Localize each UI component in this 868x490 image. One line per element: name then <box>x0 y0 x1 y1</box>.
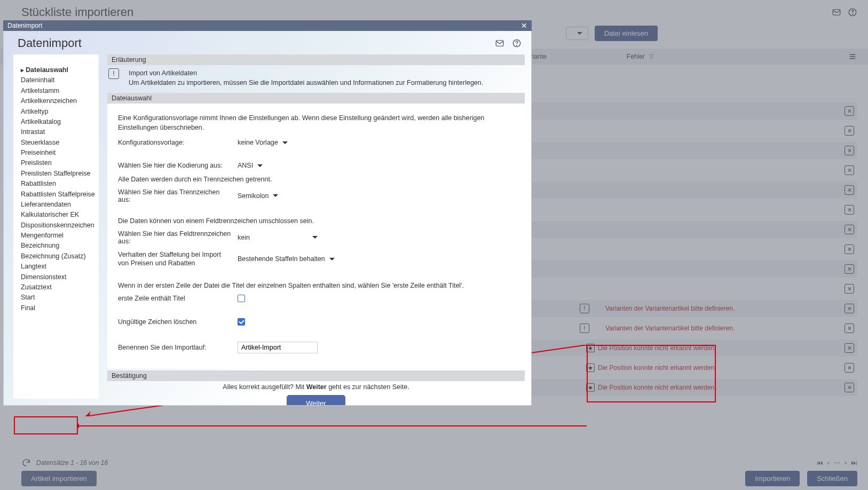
wizard-step-artikeltyp[interactable]: Artikeltyp <box>21 107 91 117</box>
delete-row-icon[interactable]: ✕ <box>845 146 854 155</box>
info-icon: ! <box>108 68 119 79</box>
delete-row-icon[interactable]: ✕ <box>845 244 854 254</box>
delete-row-icon[interactable]: ✕ <box>845 185 854 195</box>
encoding-value: ANSI <box>238 162 253 169</box>
warning-icon: ! <box>580 304 589 313</box>
wizard-step-kalkulatorischer-ek[interactable]: Kalkulatorischer EK <box>21 210 91 220</box>
mail-icon[interactable] <box>832 7 841 17</box>
page-title: Stückliste importieren <box>21 5 133 19</box>
section-erlaeuterung: Erläuterung <box>107 54 525 65</box>
delete-row-icon[interactable]: ✕ <box>845 126 854 136</box>
delete-row-icon[interactable]: ✕ <box>845 106 854 116</box>
modal-titlebar[interactable]: Datenimport ✕ <box>3 20 532 31</box>
close-button[interactable]: Schließen <box>807 471 857 486</box>
wizard-step-steuerklasse[interactable]: Steuerklasse <box>21 138 91 148</box>
separator-note: Alle Daten werden durch ein Trennzeichen… <box>118 176 514 183</box>
separator-label: Wählen Sie hier das Trennzeichen aus: <box>118 188 232 203</box>
delete-row-icon[interactable]: ✕ <box>845 225 854 234</box>
wizard-step-bezeichnung[interactable]: Bezeichnung <box>21 241 91 251</box>
column-menu-icon[interactable] <box>848 52 857 61</box>
error-message: Varianten der Variantenartikel bitte def… <box>605 325 735 332</box>
import-articles-button[interactable]: Artikel importieren <box>21 471 97 486</box>
separator-select[interactable]: Semikolon <box>238 191 278 200</box>
column-header-fehler[interactable]: Fehler <box>627 53 654 60</box>
config-template-label: Konfigurationsvorlage: <box>118 139 232 146</box>
file-type-select[interactable] <box>566 27 588 40</box>
erl-desc: Um Artikeldaten zu importieren, müssen S… <box>129 78 483 88</box>
delete-row-icon[interactable]: ✕ <box>845 264 854 274</box>
wizard-step-dispositionskennzeichen[interactable]: Dispositionskennzeichen <box>21 220 91 231</box>
data-import-modal: Datenimport DateiauswahlDateninhaltArtik… <box>3 31 532 406</box>
wizard-step-dateninhalt[interactable]: Dateninhalt <box>21 75 91 85</box>
next-button[interactable]: Weiter <box>287 395 345 405</box>
scale-label: Verhalten der Staffelung bei Import von … <box>118 250 232 268</box>
encoding-select[interactable]: ANSI <box>238 161 263 170</box>
read-file-button[interactable]: Datei einlesen <box>595 26 658 41</box>
wizard-step-preislisten[interactable]: Preislisten <box>21 158 91 168</box>
delete-row-icon[interactable]: ✕ <box>845 363 854 373</box>
section-dateiauswahl: Dateiauswahl <box>107 93 525 104</box>
wizard-step-final[interactable]: Final <box>21 303 91 313</box>
config-template-value: keine Vorlage <box>238 139 278 146</box>
wizard-step-zusatztext[interactable]: Zusatztext <box>21 282 91 293</box>
wizard-step-preislisten-staffelpreise[interactable]: Preislisten Staffelpreise <box>21 169 91 179</box>
wizard-step-rabattlisten[interactable]: Rabattlisten <box>21 179 91 189</box>
confirm-pre: Alles korrekt ausgefüllt? Mit <box>223 383 306 391</box>
error-message: Die Position konnte nicht erkannt werden… <box>598 344 716 352</box>
wizard-step-lieferantendaten[interactable]: Lieferantendaten <box>21 200 91 210</box>
help-icon[interactable] <box>512 38 522 48</box>
wizard-step-artikelstamm[interactable]: Artikelstamm <box>21 86 91 96</box>
pager-first-icon[interactable]: ⏮ <box>817 459 823 467</box>
pager-prev-icon[interactable]: ‹ <box>827 459 830 467</box>
delete-row-icon[interactable]: ✕ <box>845 284 854 294</box>
refresh-icon[interactable] <box>21 458 31 468</box>
field-sep-value: kein <box>238 234 250 241</box>
delete-row-icon[interactable]: ✕ <box>845 383 854 392</box>
pager-last-icon[interactable]: ⏭ <box>851 459 857 467</box>
wizard-step-rabattlisten-staffelpreise[interactable]: Rabattlisten Staffelpreise <box>21 189 91 200</box>
titlerow-checkbox[interactable] <box>238 295 245 302</box>
filter-icon[interactable] <box>648 53 654 60</box>
field-sep-select[interactable]: kein <box>238 233 318 242</box>
wizard-step-bezeichnung-zusatz-[interactable]: Bezeichnung (Zusatz) <box>21 251 91 262</box>
scale-select[interactable]: Bestehende Staffeln behalten <box>238 255 335 264</box>
wizard-step-intrastat[interactable]: Intrastat <box>21 127 91 137</box>
confirm-bold: Weiter <box>306 383 327 391</box>
wizard-nav: DateiauswahlDateninhaltArtikelstammArtik… <box>13 54 99 399</box>
delete-row-icon[interactable]: ✕ <box>845 304 854 313</box>
separator-value: Semikolon <box>238 192 269 200</box>
delete-row-icon[interactable]: ✕ <box>845 205 854 215</box>
wizard-step-artikelkatalog[interactable]: Artikelkatalog <box>21 117 91 127</box>
wizard-step-artikelkennzeichen[interactable]: Artikelkennzeichen <box>21 96 91 106</box>
record-status: Datensätze 1 - 16 von 16 <box>36 459 108 467</box>
importname-label: Benennen Sie den Importlauf: <box>118 344 232 351</box>
mail-icon[interactable] <box>495 38 504 48</box>
invalidchars-checkbox[interactable] <box>238 318 245 326</box>
close-icon[interactable]: ✕ <box>521 21 527 30</box>
import-button[interactable]: Importieren <box>745 471 800 486</box>
field-sep-label: Wählen Sie hier das Feldtrennzeichen aus… <box>118 230 232 245</box>
wizard-step-dateiauswahl[interactable]: Dateiauswahl <box>21 65 91 75</box>
error-message: Die Position konnte nicht erkannt werden… <box>598 364 716 372</box>
pager-dots-icon[interactable]: ⋯ <box>834 459 840 467</box>
wizard-step-langtext[interactable]: Langtext <box>21 262 91 272</box>
config-template-select[interactable]: keine Vorlage <box>238 138 288 147</box>
modal-titlebar-label: Datenimport <box>7 22 42 29</box>
pager-next-icon[interactable]: › <box>845 459 847 467</box>
star-icon[interactable]: ★ <box>586 363 595 372</box>
star-icon[interactable]: ★ <box>586 383 595 392</box>
star-icon[interactable]: ★ <box>586 344 595 352</box>
importname-input[interactable] <box>238 342 318 353</box>
delete-row-icon[interactable]: ✕ <box>845 323 854 333</box>
error-message: Die Position konnte nicht erkannt werden… <box>598 384 716 391</box>
wizard-step-mengenformel[interactable]: Mengenformel <box>21 231 91 241</box>
scale-value: Bestehende Staffeln behalten <box>238 255 325 263</box>
column-header-fehler-label: Fehler <box>627 53 645 60</box>
delete-row-icon[interactable]: ✕ <box>845 343 854 353</box>
delete-row-icon[interactable]: ✕ <box>845 165 854 175</box>
help-icon[interactable] <box>848 7 857 17</box>
wizard-step-preiseinheit[interactable]: Preiseinheit <box>21 148 91 158</box>
pager: ⏮ ‹ ⋯ › ⏭ <box>817 459 857 467</box>
wizard-step-dimensionstext[interactable]: Dimensionstext <box>21 272 91 282</box>
wizard-step-start[interactable]: Start <box>21 293 91 303</box>
